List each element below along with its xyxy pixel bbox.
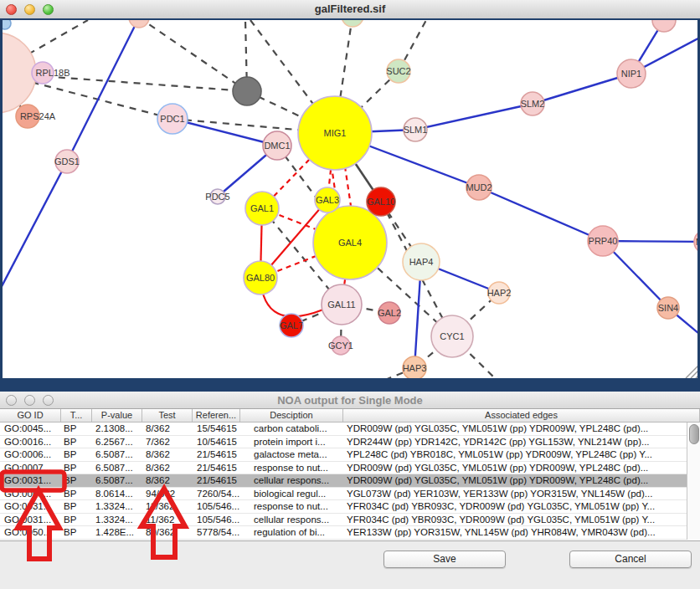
table-cell[interactable]: GO:0065... — [0, 488, 61, 500]
graph-node-gray[interactable] — [233, 77, 261, 105]
table-cell[interactable]: 11/362 — [142, 514, 193, 526]
graph-node-label: RPS24A — [20, 111, 56, 121]
noa-window-titlebar[interactable]: NOA output for Single Mode — [0, 392, 700, 409]
table-row[interactable]: GO:0050...BP1.428E...80/3625778/54...reg… — [0, 526, 687, 540]
graph-node-topright[interactable] — [652, 20, 676, 32]
table-cell[interactable]: galactose meta... — [240, 448, 343, 461]
column-header-desciption[interactable]: Desciption — [240, 409, 343, 422]
column-header-pvalue[interactable]: P-value — [92, 409, 142, 422]
table-cell[interactable]: biological regul... — [240, 488, 343, 500]
table-cell[interactable]: YDR244W (pp) YDR142C, YDR142C (pp) YGL15… — [343, 436, 687, 448]
network-canvas[interactable]: RPL18BRPS24AGDS1PDC1MIG1DMC1PDC5SUC2SLM1… — [3, 20, 697, 378]
table-cell[interactable]: BP — [61, 488, 92, 500]
table-cell[interactable]: 2.1308... — [92, 423, 142, 435]
graph-node-toppink[interactable] — [129, 20, 149, 28]
table-cell[interactable]: 6.2567... — [92, 436, 142, 448]
table-cell[interactable]: BP — [61, 448, 92, 461]
table-cell[interactable]: 105/546... — [193, 514, 240, 526]
table-cell[interactable]: YDR009W (pd) YGL035C, YML051W (pp) YDR00… — [343, 423, 687, 435]
table-cell[interactable]: 6.5087... — [92, 462, 142, 474]
table-cell[interactable]: YPL248C (pd) YBR018C, YML051W (pp) YDR00… — [343, 448, 687, 461]
graph-edge — [67, 20, 139, 161]
graph-window-titlebar[interactable]: galFiltered.sif — [0, 0, 700, 19]
table-cell[interactable]: BP — [61, 514, 92, 526]
table-row[interactable]: GO:0065...BP8.0614...94/3627260/54...bio… — [0, 488, 687, 501]
table-row[interactable]: GO:0006...BP6.5087...8/36221/54615galact… — [0, 448, 687, 462]
graph-node-label: NIP1 — [621, 69, 641, 79]
table-cell[interactable]: 7/362 — [142, 436, 193, 448]
table-cell[interactable]: response to nut... — [240, 462, 343, 474]
table-cell[interactable]: YGL073W (pd) YER103W, YER133W (pp) YOR31… — [343, 488, 687, 500]
table-cell[interactable]: 8/362 — [142, 474, 193, 487]
desktop: galFiltered.sif RPL18BRPS24AGDS1PDC1MIG1… — [0, 0, 700, 589]
table-cell[interactable]: GO:0031... — [0, 514, 61, 526]
resize-grip[interactable] — [686, 365, 697, 378]
table-cell[interactable]: GO:0045... — [0, 423, 61, 435]
table-cell[interactable]: BP — [61, 462, 92, 474]
table-cell[interactable]: cellular respons... — [240, 514, 343, 526]
table-cell[interactable]: 21/54615 — [193, 448, 240, 461]
table-cell[interactable]: GO:0031... — [0, 500, 61, 513]
table-cell[interactable]: 21/54615 — [193, 474, 240, 487]
table-cell[interactable]: GO:0006... — [0, 448, 61, 461]
table-cell[interactable]: YFR034C (pd) YBR093C, YDR009W (pd) YGL03… — [343, 500, 687, 513]
table-cell[interactable]: BP — [61, 526, 92, 539]
table-cell[interactable]: 6.5087... — [92, 448, 142, 461]
column-header-referen[interactable]: Referen... — [193, 409, 240, 422]
cancel-button[interactable]: Cancel — [569, 551, 692, 568]
table-cell[interactable]: 8/362 — [142, 462, 193, 474]
table-cell[interactable]: 80/362 — [142, 526, 193, 539]
table-row[interactable]: GO:0045...BP2.1308...8/36215/54615carbon… — [0, 423, 687, 436]
table-cell[interactable]: 94/362 — [142, 488, 193, 500]
table-row[interactable]: GO:0031...BP1.3324...11/362105/546...cel… — [0, 514, 687, 527]
save-button[interactable]: Save — [383, 551, 506, 568]
table-cell[interactable]: 8/362 — [142, 423, 193, 435]
table-cell[interactable]: 105/546... — [193, 500, 240, 513]
table-cell[interactable]: YDR009W (pd) YGL035C, YML051W (pp) YDR00… — [343, 462, 687, 474]
table-cell[interactable]: BP — [61, 423, 92, 435]
table-cell[interactable]: 8.0614... — [92, 488, 142, 500]
table-row-selected[interactable]: GO:0031...BP6.5087...8/36221/54615cellul… — [0, 474, 687, 488]
table-cell[interactable]: 1.428E... — [92, 526, 142, 539]
table-cell[interactable]: response to nut... — [240, 500, 343, 513]
graph-node-tinycorner[interactable] — [3, 20, 11, 29]
scrollbar-thumb[interactable] — [689, 424, 699, 444]
table-row[interactable]: GO:0007...BP6.5087...8/36221/54615respon… — [0, 462, 687, 475]
table-cell[interactable]: BP — [61, 474, 92, 487]
table-cell[interactable]: 8/362 — [142, 448, 193, 461]
vertical-scrollbar[interactable] — [687, 423, 700, 540]
table-cell[interactable]: BP — [61, 436, 92, 448]
table-cell[interactable]: GO:0016... — [0, 436, 61, 448]
table-cell[interactable]: 10/54615 — [193, 436, 240, 448]
graph-node-bigpink[interactable] — [3, 33, 36, 113]
column-header-t[interactable]: T... — [61, 409, 92, 422]
table-cell[interactable]: 21/54615 — [193, 462, 240, 474]
graph-node-topgreen[interactable] — [342, 20, 363, 27]
column-header-goid[interactable]: GO ID — [0, 409, 61, 422]
table-cell[interactable]: 7260/54... — [193, 488, 240, 500]
column-header-test[interactable]: Test — [142, 409, 193, 422]
table-cell[interactable]: 1.3324... — [92, 514, 142, 526]
table-cell[interactable]: GO:0007... — [0, 462, 61, 474]
table-cell[interactable]: YDR009W (pd) YGL035C, YML051W (pp) YDR00… — [343, 474, 687, 487]
table-cell[interactable]: carbon cataboli... — [240, 423, 343, 435]
table-body[interactable]: GO:0045...BP2.1308...8/36215/54615carbon… — [0, 423, 687, 540]
graph-node-label: MIG1 — [324, 128, 347, 138]
table-cell[interactable]: GO:0050... — [0, 526, 61, 539]
table-row[interactable]: GO:0016...BP6.2567...7/36210/54615protei… — [0, 436, 687, 449]
table-cell[interactable]: cellular respons... — [240, 474, 343, 487]
table-cell[interactable]: protein import i... — [240, 436, 343, 448]
table-cell[interactable]: 11/362 — [142, 500, 193, 513]
table-cell[interactable]: 1.3324... — [92, 500, 142, 513]
table-cell[interactable]: YER133W (pp) YOR315W, YNL145W (pd) YHR08… — [343, 526, 687, 539]
column-header-associatededges[interactable]: Associated edges — [343, 409, 700, 422]
table-cell[interactable]: GO:0031... — [0, 474, 61, 487]
table-row[interactable]: GO:0031...BP1.3324...11/362105/546...res… — [0, 500, 687, 514]
table-cell[interactable]: BP — [61, 500, 92, 513]
table-cell[interactable]: YFR034C (pd) YBR093C, YDR009W (pd) YGL03… — [343, 514, 687, 526]
table-cell[interactable]: 6.5087... — [92, 474, 142, 487]
resize-grip[interactable] — [696, 373, 697, 378]
table-cell[interactable]: 5778/54... — [193, 526, 240, 539]
table-cell[interactable]: regulation of bi... — [240, 526, 343, 539]
table-cell[interactable]: 15/54615 — [193, 423, 240, 435]
